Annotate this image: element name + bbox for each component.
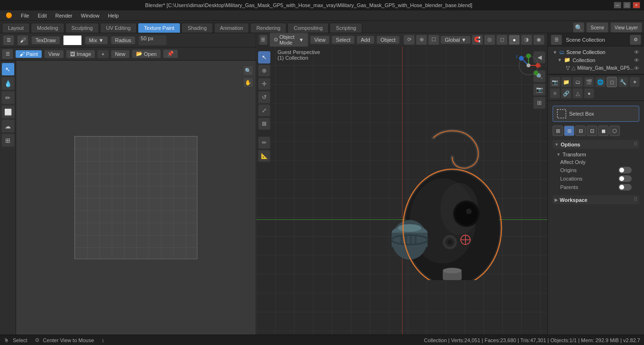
vp-tool-measure[interactable]: 📐 xyxy=(258,150,270,162)
radius-input[interactable]: 50 px xyxy=(138,35,167,45)
tab-uv-editing[interactable]: UV Editing xyxy=(100,23,137,33)
tab-texture-paint[interactable]: Texture Paint xyxy=(138,23,180,33)
vp-tool-rotate[interactable]: ↺ xyxy=(258,91,270,103)
add-menu-button[interactable]: Add xyxy=(357,36,375,44)
parents-toggle[interactable] xyxy=(618,184,632,191)
render-props-icon[interactable]: 📷 xyxy=(550,77,560,87)
options-title[interactable]: ▼ Options ⠿ xyxy=(553,140,639,149)
view-layer-selector[interactable]: View Layer xyxy=(610,22,642,33)
vp-tool-scale[interactable]: ⤢ xyxy=(258,104,270,117)
object-props-icon[interactable]: ◻ xyxy=(607,77,617,87)
tool-fill[interactable]: ⬜ xyxy=(1,105,15,118)
tab-shading[interactable]: Shading xyxy=(181,23,213,33)
close-button[interactable]: ✕ xyxy=(633,2,640,9)
open-button[interactable]: 📂 Open xyxy=(132,49,161,58)
object-item[interactable]: ▽ △ Military_Gas_Mask_GP5... 👁 xyxy=(551,64,641,72)
tool-paint-bucket[interactable]: 💧 xyxy=(1,77,15,90)
tab-animation[interactable]: Animation xyxy=(214,23,250,33)
xray-icon[interactable]: ☐ xyxy=(428,35,439,45)
scene-collection-eye-icon[interactable]: 👁 xyxy=(634,49,639,55)
vp-header-icon[interactable]: ☰ xyxy=(259,35,268,45)
tab-sculpting[interactable]: Sculpting xyxy=(65,23,99,33)
menu-edit[interactable]: Edit xyxy=(34,12,51,19)
header-left-icon[interactable]: ☰ xyxy=(2,49,13,59)
shading-mode-4[interactable]: ⊡ xyxy=(587,126,597,136)
transform-space[interactable]: Global▼ xyxy=(440,36,471,44)
tool-smear[interactable]: ☁ xyxy=(1,119,15,133)
tool-draw[interactable]: ✏ xyxy=(1,91,15,104)
shading-mode-1[interactable]: ⊞ xyxy=(553,126,563,136)
menu-blender[interactable]: 🟠 xyxy=(2,11,16,19)
workspace-title[interactable]: ▶ Workspace ⠿ xyxy=(553,195,639,204)
header-mode-icon[interactable]: ☰ xyxy=(3,35,14,45)
shading-mode-2[interactable]: ⊞ xyxy=(564,126,574,136)
object-mode-dropdown[interactable]: ⊙ Object Mode ▼ xyxy=(269,33,308,47)
maximize-button[interactable]: □ xyxy=(623,2,631,9)
tab-rendering[interactable]: Rendering xyxy=(250,23,286,33)
gizmo-icon[interactable]: ⟳ xyxy=(403,35,415,45)
add-image-button[interactable]: + xyxy=(97,50,108,58)
scene-selector[interactable]: Scene xyxy=(586,22,608,33)
vp-tool-annotate[interactable]: ✏ xyxy=(258,136,270,149)
scene-props-icon[interactable]: 🎬 xyxy=(584,77,594,87)
paint-button[interactable]: 🖌 Paint xyxy=(15,50,42,58)
pin-button[interactable]: 📌 xyxy=(163,49,178,58)
view-menu-button[interactable]: View xyxy=(310,36,330,44)
filter-icon[interactable]: ⚙ xyxy=(630,35,641,45)
constraints-props-icon[interactable]: 🔗 xyxy=(561,88,572,99)
output-props-icon[interactable]: 📁 xyxy=(561,77,572,87)
transform-title[interactable]: ▼ Transform xyxy=(556,151,635,158)
shading-material[interactable]: ◑ xyxy=(521,35,532,45)
paint-mode-icon[interactable]: 🖌 xyxy=(17,35,28,45)
menu-help[interactable]: Help xyxy=(104,12,123,19)
search-button[interactable]: 🔍 xyxy=(573,22,584,33)
vp-render-region[interactable]: ⊞ xyxy=(533,97,546,109)
uv-canvas[interactable] xyxy=(74,136,197,259)
shading-render[interactable]: ◉ xyxy=(533,35,545,45)
modifier-props-icon[interactable]: 🔧 xyxy=(618,77,628,87)
object-eye-icon[interactable]: 👁 xyxy=(634,65,639,71)
vp-camera-view[interactable]: 📷 xyxy=(533,83,546,96)
overlays-icon[interactable]: ⊕ xyxy=(416,35,427,45)
tool-name-button[interactable]: TexDraw xyxy=(31,36,60,45)
tab-modeling[interactable]: Modeling xyxy=(31,23,64,33)
blend-mode-dropdown[interactable]: Mix ▼ xyxy=(85,36,108,45)
select-box-item[interactable]: Select Box xyxy=(553,106,639,122)
shading-mode-6[interactable]: ⬡ xyxy=(609,126,620,136)
minimize-button[interactable]: ─ xyxy=(614,2,621,9)
select-menu-button[interactable]: Select xyxy=(331,36,355,44)
view-button[interactable]: View xyxy=(44,50,64,58)
view-layer-props-icon[interactable]: 🗂 xyxy=(572,77,583,87)
viewport-canvas[interactable]: Guest Perspective (1) Collection ↖ ⊕ ✛ ↺… xyxy=(256,46,547,335)
collection-eye-icon[interactable]: 👁 xyxy=(634,57,639,63)
zoom-in-icon[interactable]: 🔍 xyxy=(243,65,253,76)
vp-tool-move[interactable]: ✛ xyxy=(258,78,270,90)
vp-tool-cursor[interactable]: ⊕ xyxy=(258,64,270,77)
material-props-icon[interactable]: ● xyxy=(584,88,594,99)
shading-mode-5[interactable]: ◼ xyxy=(598,126,608,136)
color-swatch[interactable] xyxy=(63,35,82,45)
shading-wire[interactable]: ◻ xyxy=(496,35,508,45)
image-button[interactable]: 🖼 Image xyxy=(66,50,96,58)
world-props-icon[interactable]: 🌐 xyxy=(595,77,606,87)
tool-select[interactable]: ↖ xyxy=(1,63,15,76)
vp-tool-transform[interactable]: ⊠ xyxy=(258,118,270,130)
scene-collection-item[interactable]: ▼ 🗂 Scene Collection 👁 xyxy=(551,48,641,56)
locations-toggle[interactable] xyxy=(618,175,632,182)
tab-scripting[interactable]: Scripting xyxy=(330,23,362,33)
shading-mode-3[interactable]: ⊟ xyxy=(575,126,586,136)
menu-render[interactable]: Render xyxy=(52,12,76,19)
proportional-edit-icon[interactable]: ◎ xyxy=(484,35,495,45)
shading-solid[interactable]: ● xyxy=(509,35,520,45)
tool-clone[interactable]: ⊞ xyxy=(1,134,15,147)
new-button[interactable]: New xyxy=(111,50,130,58)
particles-props-icon[interactable]: ✦ xyxy=(629,77,640,87)
object-menu-button[interactable]: Object xyxy=(376,36,400,44)
vp-tool-select[interactable]: ↖ xyxy=(258,51,270,64)
menu-window[interactable]: Window xyxy=(77,12,103,19)
collection-item[interactable]: ▼ 📁 Collection 👁 xyxy=(551,56,641,64)
outliner-icon[interactable]: ☰ xyxy=(551,35,562,45)
nav-gizmo[interactable]: X Y Z xyxy=(514,51,543,80)
data-props-icon[interactable]: △ xyxy=(572,88,583,99)
physics-props-icon[interactable]: ⚛ xyxy=(550,88,560,99)
